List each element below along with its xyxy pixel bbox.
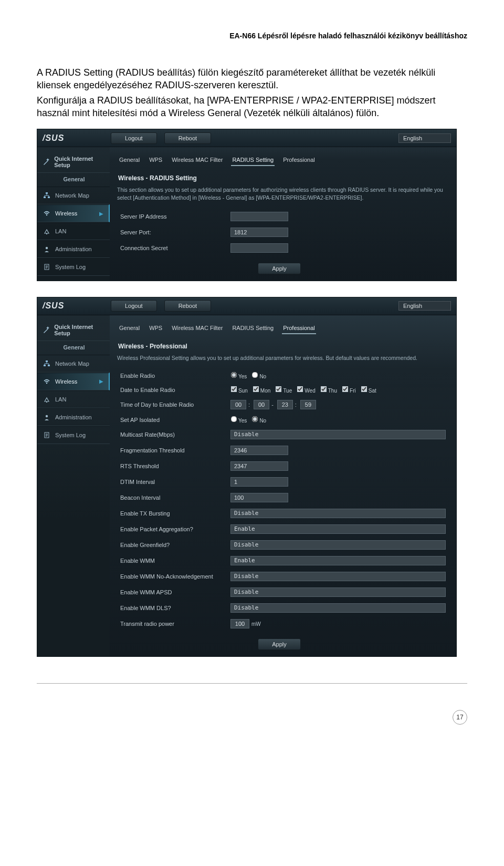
multicast-select[interactable]: Disable xyxy=(230,430,446,439)
tab-wps[interactable]: WPS xyxy=(148,154,163,166)
wmm-select[interactable]: Enable xyxy=(230,556,446,565)
radius-form: Server IP Address Server Port: Connectio… xyxy=(117,207,449,257)
reboot-button[interactable]: Reboot xyxy=(164,300,211,312)
language-select[interactable]: English xyxy=(398,301,451,311)
greenfield-select[interactable]: Disable xyxy=(230,540,446,550)
sidebar-label: Network Map xyxy=(55,192,89,199)
tx-burst-select[interactable]: Disable xyxy=(230,509,446,518)
tab-professional[interactable]: Professional xyxy=(282,323,316,334)
sidebar-item-system-log[interactable]: System Log xyxy=(37,426,110,444)
label-multicast: Multicast Rate(Mbps) xyxy=(117,428,227,441)
topbar: /SUS Logout Reboot English xyxy=(37,129,456,147)
beacon-input[interactable] xyxy=(230,493,288,502)
enable-radio-no[interactable] xyxy=(252,372,258,378)
sidebar-item-network-map[interactable]: Network Map xyxy=(37,355,110,373)
ap-isolated-yes[interactable] xyxy=(231,416,237,422)
server-ip-input[interactable] xyxy=(230,212,288,221)
chk-sat[interactable] xyxy=(361,386,367,393)
svg-rect-2 xyxy=(48,197,50,198)
tab-mac-filter[interactable]: Wireless MAC Filter xyxy=(171,323,224,334)
wmm-noack-select[interactable]: Disable xyxy=(230,572,446,581)
tab-professional[interactable]: Professional xyxy=(282,154,316,166)
logout-button[interactable]: Logout xyxy=(111,132,157,144)
time-end-hh[interactable] xyxy=(277,400,293,409)
chk-thu[interactable] xyxy=(320,386,327,393)
panel-title: Wireless - RADIUS Setting xyxy=(117,171,449,186)
language-select[interactable]: English xyxy=(398,133,451,143)
label-wed: Wed xyxy=(304,388,315,394)
label-wmm: Enable WMM xyxy=(117,554,227,567)
ap-isolated-no[interactable] xyxy=(252,416,258,422)
apply-button[interactable]: Apply xyxy=(258,638,301,650)
dtim-input[interactable] xyxy=(230,477,288,487)
chevron-right-icon: ▶ xyxy=(99,211,103,217)
sidebar-item-administration[interactable]: Administration xyxy=(37,240,110,258)
tab-radius[interactable]: RADIUS Setting xyxy=(231,323,275,334)
server-port-input[interactable] xyxy=(230,228,288,237)
rts-input[interactable] xyxy=(230,461,288,471)
tx-power-unit: mW xyxy=(251,621,261,627)
wmm-apsd-select[interactable]: Disable xyxy=(230,587,446,597)
time-start-hh[interactable] xyxy=(230,400,246,409)
professional-form: Enable Radio Yes No Date to Enable Radio… xyxy=(117,367,449,633)
wand-icon xyxy=(43,326,50,334)
reboot-button[interactable]: Reboot xyxy=(164,132,211,144)
label-server-ip: Server IP Address xyxy=(117,210,227,223)
time-end-mm[interactable] xyxy=(300,400,316,409)
para-2: Konfigurálja a RADIUS beállításokat, ha … xyxy=(37,94,467,120)
tab-radius[interactable]: RADIUS Setting xyxy=(231,154,275,166)
svg-rect-7 xyxy=(46,360,48,362)
wmm-dls-select[interactable]: Disable xyxy=(230,603,446,613)
connection-secret-input[interactable] xyxy=(230,243,288,253)
wand-icon xyxy=(43,158,50,166)
sidebar-item-wireless[interactable]: Wireless ▶ xyxy=(37,373,110,390)
panel-title: Wireless - Professional xyxy=(117,339,449,354)
sidebar-item-administration[interactable]: Administration xyxy=(37,408,110,426)
enable-radio-yes[interactable] xyxy=(231,372,237,378)
chk-sun[interactable] xyxy=(231,386,237,393)
logout-button[interactable]: Logout xyxy=(111,300,157,312)
svg-rect-9 xyxy=(48,365,50,366)
sidebar-item-lan[interactable]: LAN xyxy=(37,222,110,240)
label-wmm-dls: Enable WMM DLS? xyxy=(117,602,227,614)
sidebar-item-lan[interactable]: LAN xyxy=(37,390,110,408)
tab-general[interactable]: General xyxy=(118,323,141,334)
sidebar-label: Quick Internet Setup xyxy=(54,156,104,168)
label-time-enable: Time of Day to Enable Radio xyxy=(117,398,227,411)
tab-general[interactable]: General xyxy=(118,154,141,166)
label-no: No xyxy=(259,418,266,424)
label-tx-burst: Enable TX Bursting xyxy=(117,507,227,520)
sidebar-item-network-map[interactable]: Network Map xyxy=(37,187,110,204)
page-number: 17 xyxy=(453,710,467,725)
apply-button[interactable]: Apply xyxy=(258,263,301,274)
chevron-right-icon: ▶ xyxy=(99,378,103,384)
time-start-mm[interactable] xyxy=(254,400,269,409)
sidebar-item-qis[interactable]: Quick Internet Setup xyxy=(37,151,110,173)
svg-point-3 xyxy=(46,214,47,215)
tab-wps[interactable]: WPS xyxy=(148,323,163,334)
label-fri: Fri xyxy=(350,388,356,394)
label-ap-isolated: Set AP Isolated xyxy=(117,414,227,425)
label-thu: Thu xyxy=(328,388,337,394)
svg-point-5 xyxy=(46,247,48,249)
sidebar-label: System Log xyxy=(55,432,86,438)
svg-point-12 xyxy=(46,415,48,417)
sidebar-item-system-log[interactable]: System Log xyxy=(37,258,110,276)
chk-tue[interactable] xyxy=(276,386,282,393)
sidebar-item-wireless[interactable]: Wireless ▶ xyxy=(37,204,110,222)
frag-input[interactable] xyxy=(230,446,288,455)
sidebar-item-qis[interactable]: Quick Internet Setup xyxy=(37,319,110,341)
chk-mon[interactable] xyxy=(253,386,259,393)
label-packet-agg: Enable Packet Aggregation? xyxy=(117,523,227,535)
panel-description: This section allows you to set up additi… xyxy=(117,186,449,201)
packet-agg-select[interactable]: Enable xyxy=(230,524,446,534)
lan-icon xyxy=(43,395,51,404)
tx-power-input[interactable] xyxy=(230,619,249,628)
tab-mac-filter[interactable]: Wireless MAC Filter xyxy=(171,154,224,166)
chk-fri[interactable] xyxy=(342,386,349,393)
network-icon xyxy=(43,191,51,200)
label-wmm-apsd: Enable WMM APSD xyxy=(117,586,227,599)
doc-header: EA-N66 Lépésről lépésre haladó felhaszná… xyxy=(37,32,467,40)
chk-wed[interactable] xyxy=(297,386,303,393)
lan-icon xyxy=(43,227,51,235)
